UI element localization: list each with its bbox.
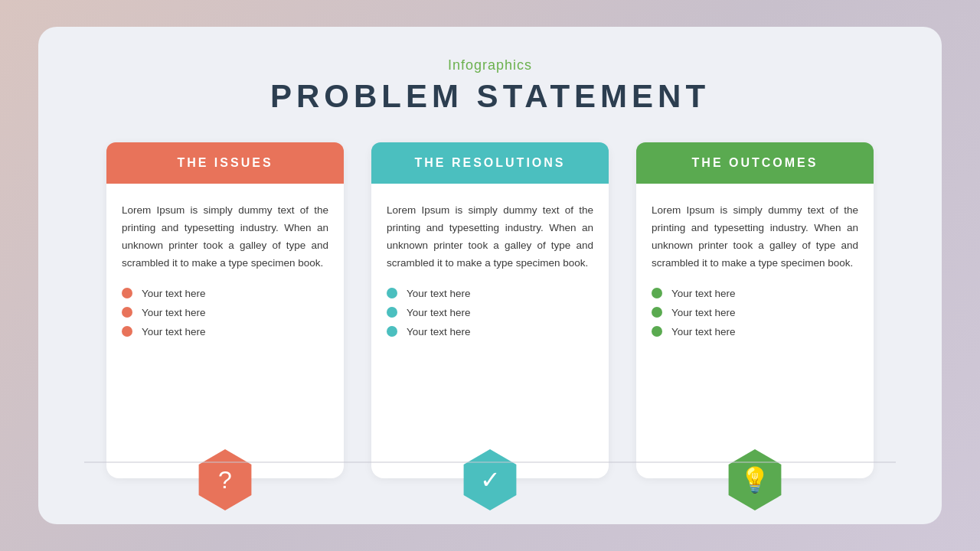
outcomes-bullet-3: Your text here: [671, 326, 736, 337]
resolutions-body-text: Lorem Ipsum is simply dummy text of the …: [387, 202, 593, 272]
subtitle: Infographics: [270, 57, 710, 73]
list-item: Your text here: [122, 288, 328, 299]
issues-bullet-2: Your text here: [142, 307, 206, 318]
main-title: PROBLEM STATEMENT: [270, 78, 710, 115]
list-item: Your text here: [122, 307, 328, 318]
resolutions-card-body: Lorem Ipsum is simply dummy text of the …: [371, 184, 609, 455]
bullet-dot-icon: [387, 326, 397, 337]
outcomes-bullet-1: Your text here: [671, 288, 736, 299]
lightbulb-icon: 💡: [724, 449, 786, 510]
bullet-dot-icon: [122, 326, 132, 337]
outcomes-bullet-2: Your text here: [671, 307, 736, 318]
resolutions-bullet-2: Your text here: [407, 307, 471, 318]
bullet-dot-icon: [122, 307, 132, 318]
resolutions-card: THE RESOLUTIONS Lorem Ipsum is simply du…: [371, 142, 609, 478]
outcomes-card-title: THE OUTCOMES: [692, 156, 818, 169]
outcomes-card-header: THE OUTCOMES: [636, 142, 874, 184]
list-item: Your text here: [122, 326, 328, 337]
bullet-dot-icon: [652, 326, 662, 337]
issues-bullet-list: Your text here Your text here Your text …: [122, 288, 328, 337]
outcomes-card: THE OUTCOMES Lorem Ipsum is simply dummy…: [636, 142, 874, 478]
bullet-dot-icon: [652, 307, 662, 318]
resolutions-bullet-1: Your text here: [407, 288, 471, 299]
issues-card-body: Lorem Ipsum is simply dummy text of the …: [106, 184, 344, 455]
cards-container: THE ISSUES Lorem Ipsum is simply dummy t…: [84, 142, 896, 478]
list-item: Your text here: [387, 307, 593, 318]
list-item: Your text here: [652, 288, 858, 299]
list-item: Your text here: [387, 288, 593, 299]
outcomes-card-body: Lorem Ipsum is simply dummy text of the …: [636, 184, 874, 455]
outcomes-bullet-list: Your text here Your text here Your text …: [652, 288, 858, 337]
bottom-divider: [84, 461, 896, 463]
bullet-dot-icon: [122, 288, 132, 298]
list-item: Your text here: [652, 326, 858, 337]
question-mark-icon: ?: [194, 449, 256, 510]
slide-header: Infographics PROBLEM STATEMENT: [270, 57, 710, 115]
bullet-dot-icon: [652, 288, 662, 298]
resolutions-card-header: THE RESOLUTIONS: [371, 142, 609, 184]
issues-bullet-1: Your text here: [142, 288, 206, 299]
list-item: Your text here: [387, 326, 593, 337]
slide-container: Infographics PROBLEM STATEMENT THE ISSUE…: [38, 27, 942, 524]
issues-card-title: THE ISSUES: [177, 156, 273, 169]
resolutions-bullet-list: Your text here Your text here Your text …: [387, 288, 593, 337]
list-item: Your text here: [652, 307, 858, 318]
issues-card: THE ISSUES Lorem Ipsum is simply dummy t…: [106, 142, 344, 478]
resolutions-bullet-3: Your text here: [407, 326, 471, 337]
bullet-dot-icon: [387, 288, 397, 298]
checkmark-icon: ✓: [459, 449, 521, 510]
issues-body-text: Lorem Ipsum is simply dummy text of the …: [122, 202, 328, 272]
outcomes-body-text: Lorem Ipsum is simply dummy text of the …: [652, 202, 858, 272]
bullet-dot-icon: [387, 307, 397, 318]
resolutions-card-title: THE RESOLUTIONS: [414, 156, 565, 169]
issues-bullet-3: Your text here: [142, 326, 206, 337]
issues-card-header: THE ISSUES: [106, 142, 344, 184]
